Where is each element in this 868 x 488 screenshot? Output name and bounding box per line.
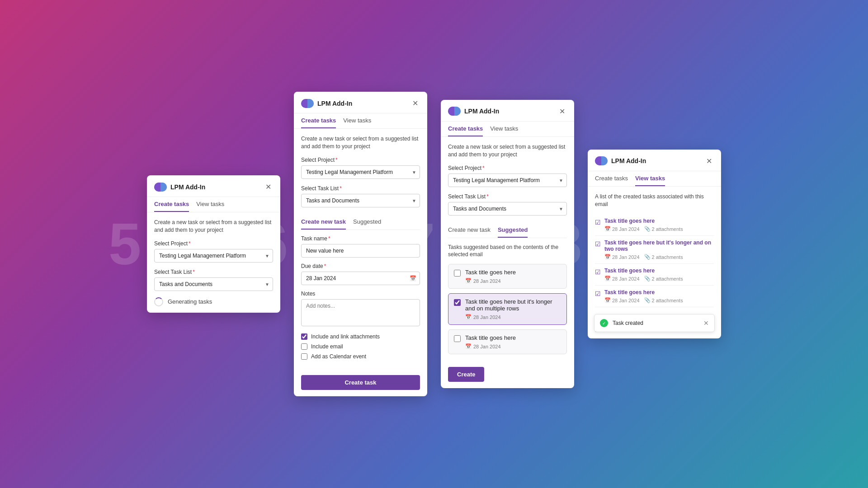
panel-6-task-name-input[interactable]	[301, 244, 420, 258]
task-card-0-checkbox[interactable]	[454, 270, 461, 277]
panel-8-slot: 8 LPM Add-In ✕ Create tasks View tasks A…	[588, 150, 721, 339]
panel-7-subtabs: Create new task Suggested	[448, 222, 567, 238]
panel-6-slot: 6 LPM Add-In ✕ Create tasks View tasks C…	[294, 92, 427, 396]
panel-7-description: Create a new task or select from a sugge…	[448, 143, 567, 159]
panel-5-project-select-wrapper: Testing Legal Management Platform ▼	[154, 249, 273, 263]
panel-6-footer: Create task	[294, 371, 427, 396]
task-list-content-2: Task title goes here 📅 28 Jan 2024 📎 2 a…	[604, 267, 714, 282]
generating-text: Generating tasks	[168, 298, 212, 305]
panel-7: LPM Add-In ✕ Create tasks View tasks Cre…	[441, 100, 574, 388]
step-5-label: 5	[108, 215, 141, 273]
panel-7-tasklist-select[interactable]: Tasks and Documents	[448, 202, 567, 216]
task-card-2-content: Task title goes here 📅 28 Jan 2024	[465, 334, 561, 349]
panel-7-header: LPM Add-In ✕	[441, 100, 574, 122]
lpm-logo-icon	[154, 183, 167, 192]
tab-8-view-tasks[interactable]: View tasks	[635, 171, 665, 186]
task-list-item-0: ☑ Task title goes here 📅 28 Jan 2024 📎 2…	[595, 214, 714, 236]
panel-7-suggested-description: Tasks suggested based on the contents of…	[448, 244, 567, 259]
tab-7-create-tasks[interactable]: Create tasks	[448, 122, 483, 136]
panel-5-project-label: Select Project*	[154, 240, 273, 247]
success-checkmark-icon: ✓	[600, 319, 608, 327]
panel-7-slot: 7 LPM Add-In ✕ Create tasks View tasks C…	[441, 100, 574, 388]
checkbox-include-attachments[interactable]: Include and link attachments	[301, 333, 420, 340]
panel-6-checkboxes: Include and link attachments Include ema…	[301, 333, 420, 360]
task-list-title-0[interactable]: Task title goes here	[604, 218, 714, 224]
panel-6-due-date-group: Due date* 📅	[301, 263, 420, 285]
panel-5-tasklist-select-wrapper: Tasks and Documents ▼	[154, 277, 273, 291]
task-date-0: 📅 28 Jan 2024	[604, 226, 640, 232]
task-list-title-3[interactable]: Task title goes here	[604, 289, 714, 296]
panel-5-project-select[interactable]: Testing Legal Management Platform	[154, 249, 273, 263]
panel-6-project-select[interactable]: Testing Legal Management Platform	[301, 165, 420, 179]
panel-6-tabs: Create tasks View tasks	[294, 113, 427, 129]
panel-6-tasklist-select[interactable]: Tasks and Documents	[301, 194, 420, 207]
task-attach-3: 📎 2 attachments	[644, 297, 683, 303]
panel-5-tasklist-select[interactable]: Tasks and Documents	[154, 277, 273, 291]
task-card-2-checkbox[interactable]	[454, 335, 461, 342]
subtab-7-suggested[interactable]: Suggested	[498, 226, 528, 238]
panel-5: LPM Add-In ✕ Create tasks View tasks Cre…	[147, 175, 280, 313]
panel-8-task-list: ☑ Task title goes here 📅 28 Jan 2024 📎 2…	[595, 214, 714, 307]
panel-7-project-label: Select Project*	[448, 165, 567, 171]
tab-8-create-tasks[interactable]: Create tasks	[595, 171, 628, 186]
panel-6-create-task-button[interactable]: Create task	[301, 375, 420, 390]
task-card-0[interactable]: Task title goes here 📅 28 Jan 2024	[448, 264, 567, 289]
panel-6-project-label: Select Project*	[301, 157, 420, 163]
panel-5-tabs: Create tasks View tasks	[147, 197, 280, 212]
task-date-2: 📅 28 Jan 2024	[604, 276, 640, 282]
tab-7-view-tasks[interactable]: View tasks	[490, 122, 518, 136]
panel-6-notes-textarea[interactable]	[301, 299, 420, 326]
task-list-item-3: ☑ Task title goes here 📅 28 Jan 2024 📎 2…	[595, 286, 714, 307]
panel-7-project-select[interactable]: Testing Legal Management Platform	[448, 174, 567, 187]
panel-7-create-button[interactable]: Create	[448, 367, 484, 382]
panel-8-title: LPM Add-In	[611, 157, 646, 164]
tab-5-view-tasks[interactable]: View tasks	[196, 197, 224, 212]
subtab-6-create-new-task[interactable]: Create new task	[301, 218, 346, 230]
task-list-title-2[interactable]: Task title goes here	[604, 267, 714, 274]
subtab-7-create-new-task[interactable]: Create new task	[448, 226, 491, 238]
panel-5-close-button[interactable]: ✕	[264, 182, 273, 192]
task-icon-2: ☑	[595, 268, 601, 276]
task-list-title-1[interactable]: Task title goes here but it's longer and…	[604, 239, 714, 252]
task-card-1[interactable]: Task title goes here but it's longer and…	[448, 293, 567, 325]
panel-7-body: Create a new task or select from a sugge…	[441, 137, 574, 365]
task-card-2[interactable]: Task title goes here 📅 28 Jan 2024	[448, 329, 567, 354]
checkbox-include-email-input[interactable]	[301, 343, 307, 350]
tab-6-create-tasks[interactable]: Create tasks	[301, 113, 336, 128]
toast-close-button[interactable]: ✕	[703, 319, 709, 327]
panel-7-footer: Create	[441, 365, 574, 388]
checkbox-calendar-event-input[interactable]	[301, 353, 307, 360]
task-list-meta-3: 📅 28 Jan 2024 📎 2 attachments	[604, 297, 714, 303]
task-card-1-checkbox[interactable]	[454, 299, 461, 306]
task-date-3: 📅 28 Jan 2024	[604, 297, 640, 303]
cal-icon-1: 📅	[604, 254, 611, 260]
panel-6-tasklist-label: Select Task List*	[301, 185, 420, 192]
panel-8-close-button[interactable]: ✕	[704, 156, 714, 166]
panel-6-logo: LPM Add-In	[301, 99, 352, 108]
checkbox-include-attachments-input[interactable]	[301, 333, 307, 340]
generating-spinner	[154, 297, 163, 306]
task-list-meta-0: 📅 28 Jan 2024 📎 2 attachments	[604, 226, 714, 232]
attach-icon-3: 📎	[644, 297, 651, 303]
checkbox-include-email[interactable]: Include email	[301, 343, 420, 350]
panel-6-notes-group: Notes	[301, 291, 420, 328]
lpm-logo-icon-6	[301, 99, 314, 108]
tab-5-create-tasks[interactable]: Create tasks	[154, 197, 189, 212]
subtab-6-suggested[interactable]: Suggested	[353, 218, 381, 230]
panel-8-logo: LPM Add-In	[595, 156, 646, 165]
task-card-1-content: Task title goes here but it's longer and…	[465, 298, 561, 320]
panel-6-subtabs: Create new task Suggested	[301, 214, 420, 230]
task-attach-1: 📎 2 attachments	[644, 254, 683, 260]
panel-6-task-name-label: Task name*	[301, 235, 420, 242]
task-list-item-1: ☑ Task title goes here but it's longer a…	[595, 236, 714, 264]
tab-6-view-tasks[interactable]: View tasks	[343, 113, 371, 128]
task-attach-2: 📎 2 attachments	[644, 276, 683, 282]
cal-icon-3: 📅	[604, 297, 611, 303]
panel-6-date-wrapper: 📅	[301, 272, 420, 285]
panel-6-close-button[interactable]: ✕	[410, 98, 420, 108]
toast-message: Task created	[613, 320, 699, 326]
panel-5-slot: 5 LPM Add-In ✕ Create tasks View tasks C…	[147, 175, 280, 313]
panel-7-close-button[interactable]: ✕	[557, 106, 567, 117]
panel-6-due-date-input[interactable]	[301, 272, 420, 285]
checkbox-calendar-event[interactable]: Add as Calendar event	[301, 353, 420, 360]
